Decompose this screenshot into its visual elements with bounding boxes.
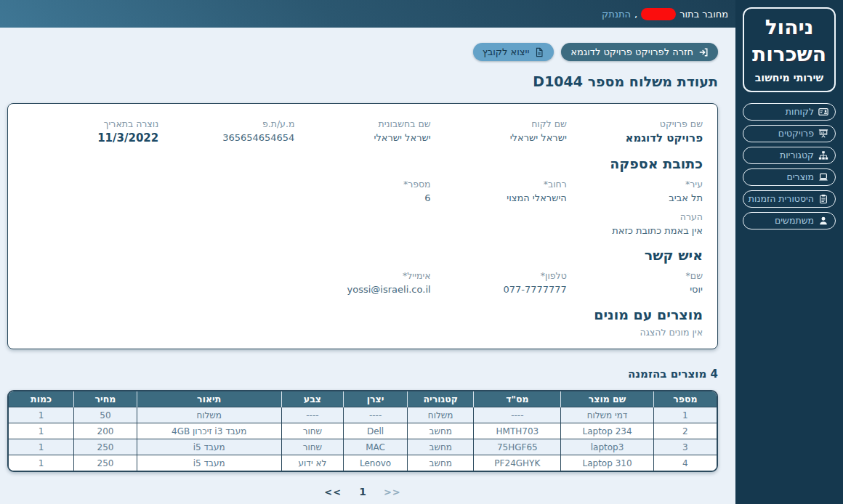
sidebar-item-users[interactable]: משתמשים bbox=[743, 212, 836, 229]
clipboard-icon bbox=[818, 194, 828, 204]
field-project-name: שם פרויקט פרויקט לדוגמא bbox=[567, 118, 703, 145]
counters-section-title: מוצרים עם מונים bbox=[23, 306, 703, 322]
sidebar-item-label: משתמשים bbox=[775, 215, 814, 226]
export-button-label: ייצוא לקובץ bbox=[483, 46, 530, 57]
pagination-page-number[interactable]: 1 bbox=[359, 486, 366, 497]
sidebar-item-label: מוצרים bbox=[787, 171, 814, 182]
export-file-icon bbox=[534, 47, 544, 57]
field-invoice-name: שם בחשבונית ישראל ישראלי bbox=[294, 118, 430, 145]
sidebar-item-label: פרויקטים bbox=[778, 128, 814, 139]
laptop-icon bbox=[818, 172, 828, 182]
back-button-label: חזרה לפרויקט פרויקט לדוגמא bbox=[570, 46, 693, 57]
contact-section-title: איש קשר bbox=[23, 247, 703, 263]
sidebar-item-projects[interactable]: פרויקטים bbox=[743, 125, 836, 142]
field-created-date: נוצרה בתאריך 11/3/2022 bbox=[23, 118, 158, 145]
pagination-last-button[interactable]: >> bbox=[384, 487, 401, 497]
table-row: 3 laptop3 75HGF65 מחשב MAC שחור מעבד i5 … bbox=[9, 439, 717, 455]
page-title: תעודת משלוח מספר D1044 bbox=[7, 73, 718, 89]
field-number: מספר* 6 bbox=[294, 179, 430, 203]
sign-in-arrow-icon bbox=[698, 47, 709, 57]
username-redacted bbox=[641, 8, 676, 20]
field-street: רחוב* הישראלי המצוי bbox=[431, 179, 567, 203]
sidebar-item-products[interactable]: מוצרים bbox=[743, 168, 836, 186]
contact-fields: שם* יוסי טלפון* 077-7777777 אימייל* yoss… bbox=[23, 270, 703, 296]
id-card-icon bbox=[818, 107, 828, 117]
main-content: חזרה לפרויקט פרויקט לדוגמא ייצוא לקובץ ת… bbox=[0, 28, 735, 504]
export-file-button[interactable]: ייצוא לקובץ bbox=[473, 43, 554, 61]
col-color: צבע bbox=[281, 391, 344, 407]
col-serial: מס"ד bbox=[474, 391, 561, 407]
table-row: 4 Laptop 310 PF24GHYK מחשב Lenovo לא ידו… bbox=[9, 455, 717, 471]
field-contact-email: אימייל* yossi@israeli.co.il bbox=[294, 270, 430, 296]
table-row: 1 דמי משלוח ---- משלוח ---- ---- משלוח 5… bbox=[9, 407, 717, 423]
back-to-project-button[interactable]: חזרה לפרויקט פרויקט לדוגמא bbox=[561, 43, 718, 61]
field-tax-id: מ.ע/ת.פ 365654654654 bbox=[158, 118, 294, 145]
separator-text: , bbox=[634, 9, 637, 20]
sidebar: ניהול השכרות שירותי מיחשוב לקוחות פרויקט… bbox=[735, 0, 843, 504]
col-product-name: שם מוצר bbox=[561, 391, 654, 407]
logo-title-line1: ניהול bbox=[746, 15, 833, 41]
field-city: עיר* תל אביב bbox=[567, 179, 703, 203]
topbar: מחובר בתור , התנתק bbox=[0, 0, 735, 28]
field-customer-name: שם לקוח ישראל ישראלי bbox=[431, 118, 567, 145]
field-contact-phone: טלפון* 077-7777777 bbox=[431, 270, 567, 296]
col-quantity: כמות bbox=[9, 391, 74, 407]
address-fields: עיר* תל אביב רחוב* הישראלי המצוי מספר* 6 bbox=[23, 179, 703, 203]
logo-title-line2: השכרות bbox=[746, 41, 833, 68]
table-row: 2 Laptop 234 HMTH703 מחשב Dell שחור מעבד… bbox=[9, 423, 717, 439]
sidebar-item-label: לקוחות bbox=[786, 106, 814, 117]
connected-as-label: מחובר בתור bbox=[679, 9, 728, 20]
delivery-note-fields: שם פרויקט פרויקט לדוגמא שם לקוח ישראל יש… bbox=[23, 118, 703, 145]
pagination-first-button[interactable]: << bbox=[324, 487, 342, 497]
products-count-title: 4 מוצרים בהזמנה bbox=[7, 367, 718, 381]
col-category: קטגוריה bbox=[407, 391, 474, 407]
sitemap-icon bbox=[818, 150, 828, 160]
field-contact-name: שם* יוסי bbox=[567, 270, 703, 296]
table-header-row: מספר שם מוצר מס"ד קטגוריה יצרן צבע תיאור… bbox=[9, 391, 717, 407]
col-description: תיאור bbox=[137, 391, 281, 407]
presentation-icon bbox=[818, 129, 828, 139]
col-manufacturer: יצרן bbox=[344, 391, 408, 407]
col-price: מחיר bbox=[74, 391, 137, 407]
toolbar: חזרה לפרויקט פרויקט לדוגמא ייצוא לקובץ bbox=[7, 43, 718, 61]
sidebar-item-customers[interactable]: לקוחות bbox=[743, 103, 836, 121]
field-note: הערה אין באמת כתובת כזאת bbox=[23, 211, 703, 236]
address-section-title: כתובת אספקה bbox=[23, 155, 703, 171]
sidebar-item-label: קטגוריות bbox=[780, 150, 814, 160]
products-table: מספר שם מוצר מס"ד קטגוריה יצרן צבע תיאור… bbox=[7, 390, 718, 472]
app-logo: ניהול השכרות שירותי מיחשוב bbox=[743, 7, 836, 92]
col-number: מספר bbox=[653, 391, 717, 407]
sidebar-item-order-history[interactable]: היסטורית הזמנות bbox=[743, 190, 836, 208]
counters-empty-text: אין מונים להצגה bbox=[23, 327, 703, 338]
pagination: << 1 >> bbox=[7, 486, 718, 497]
sidebar-item-label: היסטורית הזמנות bbox=[749, 193, 814, 204]
user-icon bbox=[818, 216, 828, 226]
logout-link[interactable]: התנתק bbox=[602, 9, 631, 20]
delivery-note-card: שם פרויקט פרויקט לדוגמא שם לקוח ישראל יש… bbox=[7, 103, 718, 349]
logo-subtitle: שירותי מיחשוב bbox=[746, 72, 833, 84]
sidebar-item-categories[interactable]: קטגוריות bbox=[743, 147, 836, 164]
